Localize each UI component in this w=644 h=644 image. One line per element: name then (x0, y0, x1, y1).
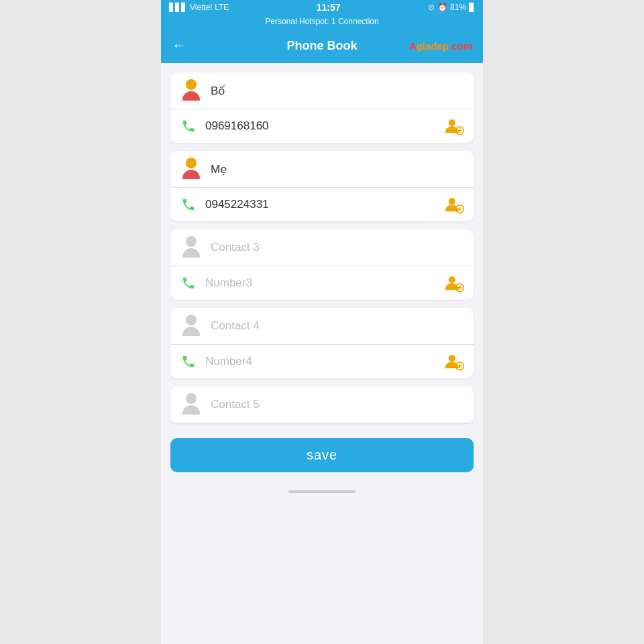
name-row-3[interactable]: Contact 3 (170, 229, 474, 266)
bottom-bar (161, 482, 483, 502)
phone-icon-3 (180, 274, 197, 292)
name-row-4[interactable]: Contact 4 (170, 308, 474, 345)
contact-name-3[interactable]: Contact 3 (211, 241, 464, 254)
add-contact-btn-2[interactable] (444, 195, 464, 215)
avatar-1 (180, 79, 203, 102)
brand-label: Agiadep.com (409, 40, 472, 52)
save-button[interactable]: save (170, 438, 474, 472)
avatar-2 (180, 158, 203, 180)
name-row-2[interactable]: Mẹ (170, 151, 474, 188)
location-icon: ⊙ (428, 3, 435, 12)
phone-row-1[interactable]: 0969168160 (170, 109, 474, 143)
brand-a: A (409, 40, 417, 52)
avatar-3 (180, 236, 203, 259)
app-header: ← Phone Book Agiadep.com (161, 28, 483, 63)
svg-point-12 (449, 355, 455, 362)
time-label: 11:57 (317, 2, 341, 13)
contact-group-4: Contact 4 Number4 (170, 308, 474, 378)
avatar-5 (180, 393, 203, 416)
contact-group-1: Bố 0969168160 (170, 72, 474, 143)
network-label: LTE (215, 3, 229, 12)
home-indicator (288, 490, 356, 493)
phone-row-3[interactable]: Number3 (170, 266, 474, 300)
carrier-label: Viettel (190, 3, 212, 12)
phone-number-4[interactable]: Number4 (205, 355, 444, 368)
svg-point-0 (449, 119, 455, 126)
contact-name-2[interactable]: Mẹ (211, 162, 464, 176)
svg-point-8 (449, 276, 455, 283)
hotspot-bar: Personal Hotspot: 1 Connection (161, 15, 483, 28)
add-contact-btn-3[interactable] (444, 273, 464, 293)
name-row-5[interactable]: Contact 5 (170, 386, 474, 423)
contact-group-5: Contact 5 (170, 386, 474, 423)
hotspot-text: Personal Hotspot: 1 Connection (265, 17, 378, 26)
contact-name-1[interactable]: Bố (211, 84, 464, 98)
battery-label: 81% (450, 3, 466, 12)
contact-group-3: Contact 3 Number3 (170, 229, 474, 300)
status-left: ▋▋▋ Viettel LTE (169, 3, 229, 12)
alarm-icon: ⏰ (437, 3, 447, 12)
phone-icon-2 (180, 196, 197, 213)
phone-row-2[interactable]: 0945224331 (170, 188, 474, 221)
phone-icon-4 (180, 353, 197, 370)
signal-icon: ▋▋▋ (169, 3, 187, 12)
add-contact-btn-1[interactable] (444, 116, 464, 136)
phone-number-1[interactable]: 0969168160 (205, 119, 444, 133)
phone-icon-1 (180, 117, 197, 135)
phone-frame: ▋▋▋ Viettel LTE 11:57 ⊙ ⏰ 81% ▊ Personal… (161, 0, 483, 644)
add-contact-btn-4[interactable] (444, 352, 464, 372)
save-area: save (161, 431, 483, 482)
status-bar: ▋▋▋ Viettel LTE 11:57 ⊙ ⏰ 81% ▊ (161, 0, 483, 15)
contact-name-4[interactable]: Contact 4 (211, 319, 464, 333)
back-button[interactable]: ← (172, 37, 186, 54)
content-area: Bố 0969168160 (161, 63, 483, 423)
svg-point-4 (449, 198, 455, 205)
phone-number-2[interactable]: 0945224331 (205, 198, 444, 211)
page-title: Phone Book (286, 39, 357, 53)
status-right: ⊙ ⏰ 81% ▊ (428, 3, 475, 12)
contact-group-2: Mẹ 0945224331 (170, 151, 474, 221)
brand-com: .com (449, 40, 472, 52)
brand-giadep: giadep (417, 40, 449, 52)
avatar-4 (180, 315, 203, 337)
name-row-1[interactable]: Bố (170, 72, 474, 109)
contact-name-5[interactable]: Contact 5 (211, 398, 464, 411)
battery-icon: ▊ (469, 3, 475, 12)
phone-row-4[interactable]: Number4 (170, 345, 474, 378)
phone-number-3[interactable]: Number3 (205, 276, 444, 290)
